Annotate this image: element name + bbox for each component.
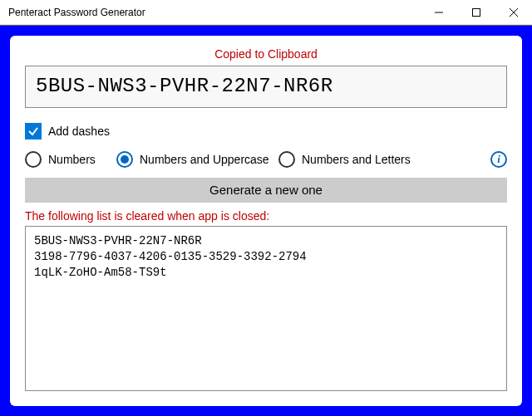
history-item: 3198-7796-4037-4206-0135-3529-3392-2794 <box>34 250 307 263</box>
info-icon[interactable]: i <box>490 151 507 168</box>
svg-rect-0 <box>472 8 480 16</box>
add-dashes-option[interactable]: Add dashes <box>25 123 507 139</box>
window-title: Penteract Password Generator <box>8 0 420 25</box>
minimize-button[interactable] <box>420 0 457 25</box>
generate-button[interactable]: Generate a new one <box>25 178 507 203</box>
radio-icon <box>25 151 42 168</box>
history-item: 1qLK-ZoHO-Am58-TS9t <box>34 266 167 279</box>
history-item: 5BUS-NWS3-PVHR-22N7-NR6R <box>34 234 202 247</box>
close-button[interactable] <box>495 0 532 25</box>
add-dashes-label: Add dashes <box>48 125 110 138</box>
window-frame: Copied to Clipboard 5BUS-NWS3-PVHR-22N7-… <box>0 25 532 416</box>
radio-label: Numbers <box>48 153 96 166</box>
radio-label: Numbers and Letters <box>302 153 411 166</box>
main-panel: Copied to Clipboard 5BUS-NWS3-PVHR-22N7-… <box>10 36 522 406</box>
maximize-button[interactable] <box>457 0 495 25</box>
radio-label: Numbers and Uppercase <box>140 153 269 166</box>
password-output[interactable]: 5BUS-NWS3-PVHR-22N7-NR6R <box>25 66 507 108</box>
history-note: The following list is cleared when app i… <box>25 209 507 223</box>
history-list[interactable]: 5BUS-NWS3-PVHR-22N7-NR6R 3198-7796-4037-… <box>25 226 507 391</box>
radio-icon <box>278 151 295 168</box>
charset-radios: Numbers Numbers and Uppercase Numbers an… <box>25 151 507 168</box>
titlebar: Penteract Password Generator <box>0 0 532 25</box>
checkbox-checked-icon <box>25 123 42 139</box>
status-message: Copied to Clipboard <box>25 47 507 61</box>
radio-numbers-uppercase[interactable]: Numbers and Uppercase <box>116 151 278 168</box>
radio-numbers-letters[interactable]: Numbers and Letters <box>278 151 424 168</box>
radio-numbers[interactable]: Numbers <box>25 151 116 168</box>
radio-selected-icon <box>116 151 133 168</box>
